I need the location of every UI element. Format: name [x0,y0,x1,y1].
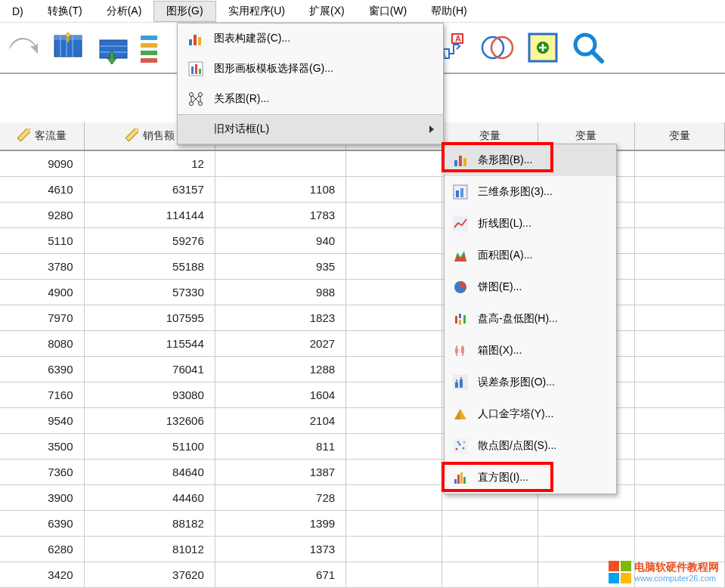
table-cell[interactable] [346,331,442,356]
table-cell[interactable]: 7970 [0,305,85,330]
table-cell[interactable]: 935 [215,254,346,279]
table-cell[interactable]: 44460 [85,485,215,510]
table-cell[interactable] [346,305,442,330]
line-chart-item[interactable]: 折线图(L)... [445,208,616,240]
table-cell[interactable] [346,408,442,433]
error-bar-item[interactable]: 误差条形图(O)... [445,367,616,398]
table-cell[interactable]: 3500 [0,434,85,459]
table-cell[interactable]: 59276 [85,228,215,253]
3d-bar-item[interactable]: 三维条形图(3)... [445,176,616,208]
histogram-item[interactable]: 直方图(I)... [445,462,616,494]
pyramid-item[interactable]: 人口金字塔(Y)... [445,398,616,430]
table-cell[interactable] [346,280,442,305]
table-cell[interactable] [635,460,726,484]
table-cell[interactable]: 1387 [215,460,346,484]
table-cell[interactable]: 81012 [85,537,215,562]
table-cell[interactable] [635,485,726,510]
table-cell[interactable]: 1823 [215,305,346,330]
col-header-var4[interactable]: 变量 [635,122,726,150]
table-cell[interactable] [346,254,442,279]
chart-builder-item[interactable]: 图表构建器(C)... [178,23,443,54]
menu-help[interactable]: 帮助(H) [419,2,479,21]
menu-transform[interactable]: 转换(T) [36,2,94,21]
table-cell[interactable] [346,434,442,459]
table-cell[interactable] [538,511,634,536]
table-cell[interactable] [346,382,442,407]
select-cases-icon[interactable] [476,26,519,69]
table-cell[interactable] [635,357,726,382]
table-cell[interactable]: 5110 [0,228,85,253]
table-cell[interactable]: 6390 [0,511,85,536]
table-cell[interactable]: 6280 [0,537,85,562]
table-cell[interactable]: 728 [215,485,346,510]
table-cell[interactable] [442,562,538,587]
table-cell[interactable]: 811 [215,434,346,459]
table-cell[interactable] [635,331,726,356]
table-cell[interactable] [635,382,726,407]
table-cell[interactable] [442,511,538,536]
table-cell[interactable]: 8080 [0,331,85,356]
table-cell[interactable]: 132606 [85,408,215,433]
table-cell[interactable] [346,511,442,536]
table-cell[interactable]: 51100 [85,434,215,459]
high-low-item[interactable]: 盘高-盘低图(H)... [445,303,616,335]
table-cell[interactable]: 57330 [85,280,215,305]
table-cell[interactable]: 7160 [0,382,85,407]
goto-case-icon[interactable] [47,26,89,69]
table-cell[interactable] [635,408,726,433]
table-cell[interactable] [635,511,726,536]
doc-align-icon[interactable] [138,26,160,69]
table-cell[interactable] [215,151,346,176]
relationship-item[interactable]: 关系图(R)... [178,84,443,114]
menu-analyze[interactable]: 分析(A) [94,2,154,21]
table-cell[interactable] [346,485,442,510]
table-cell[interactable]: 37620 [85,562,215,587]
table-cell[interactable] [346,537,442,562]
table-cell[interactable]: 9280 [0,203,85,227]
table-cell[interactable]: 2104 [215,408,346,433]
goto-variable-icon[interactable] [92,26,135,69]
table-cell[interactable]: 1288 [215,357,346,382]
menu-d[interactable]: D) [0,2,36,20]
table-cell[interactable]: 63157 [85,177,215,202]
table-cell[interactable]: 107595 [85,305,215,330]
table-cell[interactable] [635,537,726,562]
table-cell[interactable]: 940 [215,228,346,253]
table-cell[interactable] [635,434,726,459]
table-cell[interactable]: 3900 [0,485,85,510]
area-chart-item[interactable]: 面积图(A)... [445,240,616,271]
table-cell[interactable] [635,151,726,176]
table-cell[interactable] [346,228,442,253]
table-cell[interactable]: 88182 [85,511,215,536]
table-cell[interactable] [346,460,442,484]
table-cell[interactable]: 4900 [0,280,85,305]
table-cell[interactable] [635,305,726,330]
table-cell[interactable]: 1783 [215,203,346,227]
table-cell[interactable]: 1399 [215,511,346,536]
table-cell[interactable]: 3780 [0,254,85,279]
table-cell[interactable]: 115544 [85,331,215,356]
table-cell[interactable]: 7360 [0,460,85,484]
table-cell[interactable] [635,177,726,202]
table-cell[interactable]: 9090 [0,151,85,176]
table-cell[interactable]: 9540 [0,408,85,433]
table-cell[interactable]: 93080 [85,382,215,407]
table-cell[interactable] [346,177,442,202]
col-header-traffic[interactable]: 客流量 [0,122,85,150]
pie-chart-item[interactable]: 饼图(E)... [445,271,616,303]
table-cell[interactable]: 4610 [0,177,85,202]
table-cell[interactable] [442,537,538,562]
table-cell[interactable]: 2027 [215,331,346,356]
table-cell[interactable]: 988 [215,280,346,305]
table-cell[interactable]: 6390 [0,357,85,382]
table-cell[interactable]: 76041 [85,357,215,382]
table-cell[interactable] [346,562,442,587]
table-cell[interactable]: 114144 [85,203,215,227]
menu-window[interactable]: 窗口(W) [357,2,420,21]
scatter-item[interactable]: 散点图/点图(S)... [445,430,616,462]
table-cell[interactable] [346,151,442,176]
menu-graphs[interactable]: 图形(G) [153,1,215,22]
find-icon[interactable] [567,26,609,69]
bar-chart-item[interactable]: 条形图(B)... [445,144,616,176]
table-cell[interactable] [346,357,442,382]
